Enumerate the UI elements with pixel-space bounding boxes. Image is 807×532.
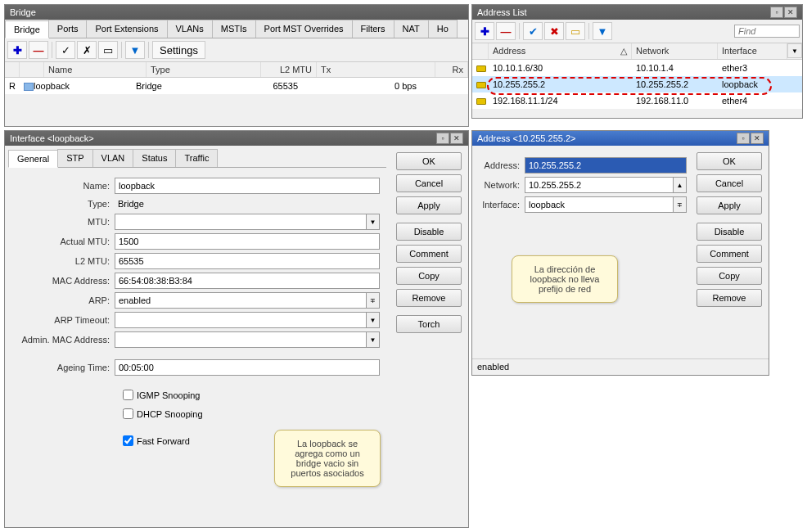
col-tx[interactable]: Tx: [317, 62, 435, 77]
minimize-button[interactable]: ▫: [737, 133, 750, 144]
disable-button[interactable]: Disable: [697, 223, 762, 241]
col-type[interactable]: Type: [147, 62, 261, 77]
tab-vlans[interactable]: VLANs: [167, 20, 213, 38]
torch-button[interactable]: Torch: [396, 315, 462, 333]
input-arp-timeout[interactable]: [115, 312, 367, 328]
comment-button[interactable]: ▭: [98, 41, 118, 59]
tab-mstis[interactable]: MSTIs: [212, 20, 256, 38]
apply-button[interactable]: Apply: [396, 196, 462, 214]
tab-status[interactable]: Status: [133, 149, 176, 167]
arp-dropdown[interactable]: ∓: [367, 292, 380, 309]
tab-stp[interactable]: STP: [57, 149, 92, 167]
find-input[interactable]: [734, 25, 800, 38]
ok-button[interactable]: OK: [396, 152, 462, 170]
copy-button[interactable]: Copy: [697, 267, 762, 285]
col-rx[interactable]: Rx: [435, 62, 468, 77]
columns-button[interactable]: ▼: [787, 43, 802, 58]
minimize-button[interactable]: ▫: [770, 7, 783, 18]
tab-general[interactable]: General: [8, 150, 58, 168]
admin-mac-dropdown[interactable]: ▼: [367, 331, 380, 348]
close-button[interactable]: ✕: [751, 133, 764, 144]
addr-titlebar: Address List ▫ ✕: [472, 5, 802, 20]
mtu-dropdown[interactable]: ▼: [367, 214, 380, 230]
separator: [519, 23, 520, 39]
tab-port-mst[interactable]: Port MST Overrides: [255, 20, 353, 38]
disable-button[interactable]: Disable: [396, 223, 462, 241]
remove-button[interactable]: Remove: [396, 289, 462, 307]
tab-port-ext[interactable]: Port Extensions: [86, 20, 167, 38]
input-interface[interactable]: [525, 196, 674, 213]
label-ageing: Ageing Time:: [8, 363, 115, 372]
col-l2mtu[interactable]: L2 MTU: [261, 62, 317, 77]
enable-button[interactable]: ✔: [523, 22, 543, 40]
separator: [588, 23, 589, 39]
col-flag[interactable]: [5, 62, 20, 77]
tab-vlan[interactable]: VLAN: [92, 149, 134, 167]
cell-tx: 0 bps: [302, 79, 421, 92]
bridge-row[interactable]: R loopback Bridge 65535 0 bps: [5, 78, 468, 94]
addr-row[interactable]: 192.168.11.1/24 192.168.11.0 ether4: [472, 92, 802, 109]
cell-flag: R: [5, 79, 20, 92]
col-address[interactable]: Address△: [489, 43, 632, 59]
tab-traffic[interactable]: Traffic: [175, 149, 218, 167]
input-l2mtu[interactable]: [115, 253, 380, 269]
remove-button[interactable]: —: [496, 22, 516, 40]
close-button[interactable]: ✕: [450, 133, 463, 144]
addr-row[interactable]: 10.255.255.2 10.255.255.2 loopback: [472, 76, 802, 92]
input-actual-mtu[interactable]: [115, 233, 380, 250]
settings-button[interactable]: Settings: [152, 41, 205, 59]
tab-ho[interactable]: Ho: [428, 20, 458, 38]
col-interface[interactable]: Interface: [718, 43, 787, 59]
input-arp[interactable]: [115, 292, 367, 309]
label-network: Network:: [476, 180, 525, 190]
col-name[interactable]: Name: [44, 62, 147, 77]
close-button[interactable]: ✕: [784, 7, 797, 18]
input-address[interactable]: [525, 157, 687, 174]
check-dhcp[interactable]: [123, 408, 133, 419]
col-network[interactable]: Network: [632, 43, 718, 59]
remove-button[interactable]: —: [29, 41, 48, 59]
comment-button[interactable]: Comment: [697, 245, 762, 263]
enable-button[interactable]: ✓: [56, 41, 75, 59]
titlebar-buttons: ▫ ✕: [770, 7, 797, 18]
cell-l2mtu: 65535: [246, 79, 302, 92]
input-name[interactable]: [115, 178, 380, 194]
check-fast[interactable]: [123, 435, 133, 446]
minimize-button[interactable]: ▫: [436, 133, 449, 144]
cancel-button[interactable]: Cancel: [697, 174, 762, 192]
iface-titlebar: Interface <loopback> ▫ ✕: [5, 131, 468, 146]
input-mtu[interactable]: [115, 214, 367, 230]
input-ageing[interactable]: [115, 359, 380, 376]
apply-button[interactable]: Apply: [697, 196, 762, 214]
comment-button[interactable]: Comment: [396, 245, 462, 263]
cancel-button[interactable]: Cancel: [396, 174, 462, 192]
interface-dropdown[interactable]: ∓: [674, 196, 687, 213]
remove-button[interactable]: Remove: [697, 289, 762, 307]
addr-row[interactable]: 10.10.1.6/30 10.10.1.4 ether3: [472, 60, 802, 76]
input-mac[interactable]: [115, 273, 380, 289]
disable-button[interactable]: ✗: [77, 41, 97, 59]
comment-button[interactable]: ▭: [566, 22, 585, 40]
col-blank[interactable]: [472, 43, 489, 59]
add-button[interactable]: ✚: [475, 22, 494, 40]
copy-button[interactable]: Copy: [396, 267, 462, 285]
add-button[interactable]: ✚: [7, 41, 27, 59]
col-blank[interactable]: [20, 62, 44, 77]
input-admin-mac[interactable]: [115, 331, 367, 348]
value-type: Bridge: [115, 197, 147, 210]
filter-button[interactable]: ▼: [125, 41, 145, 59]
tab-nat[interactable]: NAT: [394, 20, 429, 38]
tab-filters[interactable]: Filters: [352, 20, 394, 38]
disable-button[interactable]: ✖: [544, 22, 564, 40]
arp-timeout-dropdown[interactable]: ▼: [367, 312, 380, 328]
tab-bridge[interactable]: Bridge: [5, 20, 49, 38]
input-network[interactable]: [525, 177, 674, 193]
network-up[interactable]: ▲: [674, 177, 687, 193]
label-admin-mac: Admin. MAC Address:: [8, 335, 115, 345]
check-igmp[interactable]: [123, 390, 133, 400]
ok-button[interactable]: OK: [697, 152, 762, 170]
filter-button[interactable]: ▼: [593, 22, 612, 40]
bridge-window: Bridge Bridge Ports Port Extensions VLAN…: [4, 4, 469, 127]
tab-ports[interactable]: Ports: [48, 20, 88, 38]
tag-icon: [476, 98, 486, 105]
